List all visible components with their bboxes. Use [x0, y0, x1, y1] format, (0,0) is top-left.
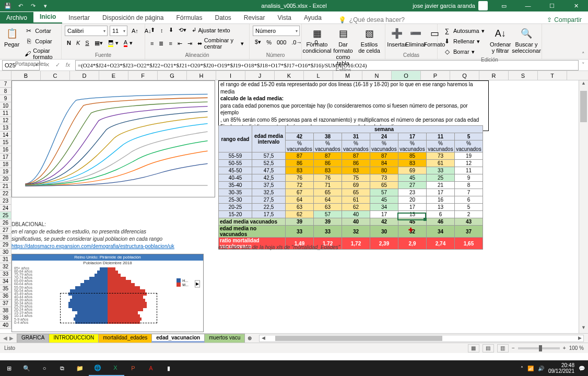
format-as-table-button[interactable]: ▤Dar formato como tabla [331, 26, 355, 67]
redo-icon[interactable]: ↷ [28, 3, 38, 9]
scroll-up-icon[interactable]: ▲ [579, 80, 588, 89]
row-header[interactable]: 36 [0, 292, 11, 300]
italic-button[interactable]: K [74, 38, 82, 48]
fill-button[interactable]: ⬇Rellenar ▾ [441, 36, 487, 46]
powerpoint-icon[interactable]: P [124, 360, 142, 376]
excel-icon[interactable]: X [107, 360, 124, 376]
undo-icon[interactable]: ↶ [16, 3, 25, 9]
zoom-slider[interactable] [518, 347, 560, 349]
worksheet-grid[interactable]: BCDEFGHIJKLMNOPQRST 78910111213141516171… [0, 71, 588, 333]
row-header[interactable]: 28 [0, 234, 11, 241]
tab-view[interactable]: Vista [272, 12, 298, 24]
column-header[interactable]: J [245, 71, 275, 80]
row-header[interactable]: 25 [0, 212, 11, 219]
close-icon[interactable]: ✕ [564, 0, 588, 11]
currency-icon[interactable]: $▾ [253, 38, 263, 46]
row-header[interactable]: 32 [0, 263, 11, 271]
tell-me[interactable]: 💡 ¿Qué desea hacer? [338, 16, 405, 24]
new-sheet-icon[interactable]: ⊕ [244, 335, 255, 341]
chrome-icon[interactable]: 🌐 [89, 360, 107, 376]
column-header[interactable]: D [70, 71, 99, 80]
tab-insert[interactable]: Insertar [62, 12, 96, 24]
save-icon[interactable]: 💾 [3, 3, 13, 9]
column-header[interactable]: L [304, 71, 333, 80]
scroll-left-icon[interactable]: ◀ [260, 335, 267, 342]
clear-button[interactable]: ◇Borrar ▾ [441, 46, 487, 57]
row-header[interactable]: 31 [0, 256, 11, 263]
row-header[interactable]: 14 [0, 132, 11, 139]
fill-color-button[interactable]: ⬒▾ [106, 38, 121, 48]
cell-styles-button[interactable]: ▧Estilos de celda [357, 26, 381, 55]
hyperlink[interactable]: https://datosmacro.expansion.com/demogra… [11, 243, 174, 249]
scroll-right-icon[interactable]: ▶ [576, 335, 583, 342]
network-icon[interactable]: 📶 [527, 366, 534, 371]
border-button[interactable]: ▦▾ [92, 38, 105, 48]
zoom-in-icon[interactable]: + [563, 345, 566, 351]
format-painter-button[interactable]: 🖌Copiar formato [22, 46, 58, 61]
row-header[interactable]: 30 [0, 249, 11, 256]
column-header[interactable]: Q [450, 71, 479, 80]
column-header[interactable]: T [538, 71, 567, 80]
sheet-tab[interactable]: mortalidad_edades [98, 334, 152, 343]
wrap-text-button[interactable]: ↲ Ajustar texto [190, 26, 232, 34]
sheet-tab[interactable]: INTRODUCCION [49, 334, 99, 343]
tab-data[interactable]: Datos [208, 12, 237, 24]
row-header[interactable]: 17 [0, 154, 11, 161]
number-format-combo[interactable]: Número [253, 26, 300, 36]
ribbon-display-icon[interactable]: ▭ [492, 0, 516, 11]
page-break-view-icon[interactable]: ▥ [497, 344, 509, 352]
column-header[interactable]: N [362, 71, 392, 80]
grow-font-icon[interactable]: A↑ [130, 26, 140, 36]
population-pyramid-chart[interactable]: Reino Unido: Pirámide de población Pobla… [11, 254, 204, 332]
vertical-scrollbar[interactable]: ▲ ▼ [579, 80, 588, 333]
start-button[interactable]: ⊞ [0, 360, 18, 376]
comma-icon[interactable]: 000 [275, 38, 288, 46]
cortana-icon[interactable]: ○ [36, 360, 53, 376]
tab-review[interactable]: Revisar [238, 12, 272, 24]
row-header[interactable]: 18 [0, 161, 11, 168]
column-header[interactable]: C [41, 71, 70, 80]
notifications-icon[interactable]: 💬 [579, 366, 585, 371]
scroll-down-icon[interactable]: ▼ [579, 325, 588, 333]
tray-chevron-icon[interactable]: ˄ [521, 366, 523, 371]
row-header[interactable]: 19 [0, 168, 11, 175]
minimize-icon[interactable]: — [516, 0, 540, 11]
qat-customize-icon[interactable]: ▾ [41, 3, 50, 9]
align-left-icon[interactable]: ≡ [148, 39, 156, 48]
play-icon[interactable]: ▶ [195, 280, 200, 288]
sheet-tab[interactable]: edad_vacunacion [151, 334, 205, 343]
column-header[interactable]: B [11, 71, 41, 80]
column-header[interactable]: G [158, 71, 187, 80]
row-header[interactable]: 21 [0, 183, 11, 190]
tab-page-layout[interactable]: Disposición de página [96, 12, 170, 24]
row-header[interactable]: 16 [0, 146, 11, 154]
sheet-tab[interactable]: muertos vacu [204, 334, 245, 343]
page-layout-view-icon[interactable]: ▤ [483, 344, 494, 352]
row-header[interactable]: 29 [0, 241, 11, 249]
line-chart[interactable] [11, 80, 215, 197]
paste-button[interactable]: 📋 Pegar [3, 26, 20, 49]
task-view-icon[interactable]: ⧉ [53, 360, 71, 376]
sort-filter-button[interactable]: A↓Ordenar y filtrar [489, 26, 512, 55]
horizontal-scrollbar[interactable]: ◀ ▶ [259, 335, 584, 342]
tab-formulas[interactable]: Fórmulas [170, 12, 208, 24]
row-header[interactable]: 40 [0, 322, 11, 329]
underline-button[interactable]: S [83, 38, 91, 48]
font-size-combo[interactable]: 11 [110, 26, 127, 36]
delete-cells-button[interactable]: ➖Eliminar [407, 26, 424, 49]
align-middle-icon[interactable]: ↕ [158, 26, 166, 34]
taskbar-clock[interactable]: 20:48 09/12/2021 [548, 362, 574, 374]
fx-icon[interactable]: fx [64, 62, 72, 68]
column-header[interactable]: F [128, 71, 158, 80]
sheet-nav-prev-icon[interactable]: ◀ [3, 335, 7, 341]
hscroll-thumb[interactable] [275, 336, 442, 341]
find-select-button[interactable]: 🔍Buscar y seleccionar [514, 26, 538, 55]
tab-home[interactable]: Inicio [33, 11, 62, 24]
file-explorer-icon[interactable]: 📁 [71, 360, 89, 376]
bold-button[interactable]: N [65, 38, 73, 48]
column-header[interactable]: R [479, 71, 509, 80]
row-header[interactable]: 8 [0, 88, 11, 95]
merge-center-button[interactable]: ⬌ Combinar y centrar▾ [195, 36, 246, 51]
row-header[interactable]: 9 [0, 95, 11, 102]
column-header[interactable]: I [216, 71, 245, 80]
